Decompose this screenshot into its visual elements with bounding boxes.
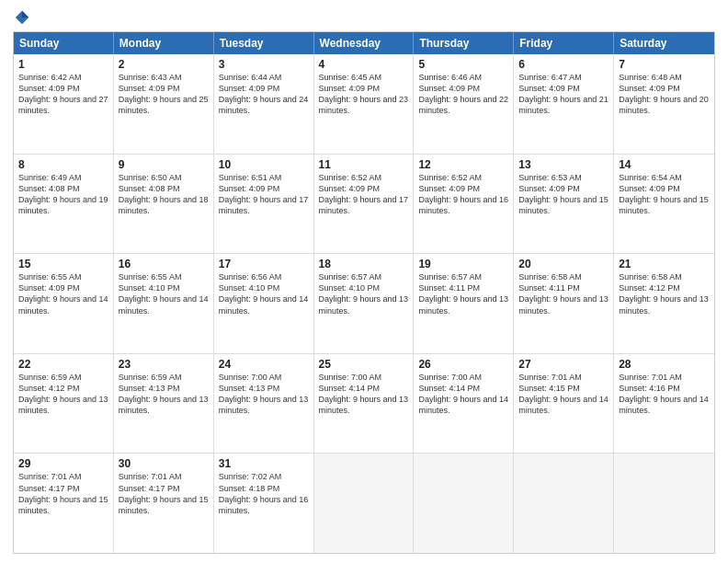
day-number: 8 (18, 158, 108, 171)
calendar-cell (414, 454, 514, 553)
cell-details: Sunrise: 6:54 AMSunset: 4:09 PMDaylight:… (619, 172, 710, 217)
header-saturday: Saturday (614, 32, 714, 54)
header-tuesday: Tuesday (214, 32, 314, 54)
calendar-row-4: 22Sunrise: 6:59 AMSunset: 4:12 PMDayligh… (14, 354, 714, 454)
day-number: 7 (619, 58, 710, 71)
cell-details: Sunrise: 6:52 AMSunset: 4:09 PMDaylight:… (418, 172, 508, 217)
calendar-row-2: 8Sunrise: 6:49 AMSunset: 4:08 PMDaylight… (14, 155, 714, 255)
day-number: 29 (18, 457, 108, 470)
cell-details: Sunrise: 6:59 AMSunset: 4:13 PMDaylight:… (119, 372, 209, 417)
day-number: 18 (319, 258, 409, 270)
header-monday: Monday (114, 32, 214, 54)
cell-details: Sunrise: 6:52 AMSunset: 4:09 PMDaylight:… (319, 172, 409, 217)
day-number: 14 (619, 158, 710, 171)
cell-details: Sunrise: 6:45 AMSunset: 4:09 PMDaylight:… (319, 72, 409, 117)
cell-details: Sunrise: 7:01 AMSunset: 4:17 PMDaylight:… (18, 471, 108, 516)
calendar-cell: 13Sunrise: 6:53 AMSunset: 4:09 PMDayligh… (514, 155, 614, 254)
calendar-cell (314, 454, 415, 553)
calendar-header: SundayMondayTuesdayWednesdayThursdayFrid… (14, 32, 714, 54)
calendar-row-3: 15Sunrise: 6:55 AMSunset: 4:09 PMDayligh… (14, 254, 714, 354)
calendar-cell: 10Sunrise: 6:51 AMSunset: 4:09 PMDayligh… (214, 155, 314, 254)
cell-details: Sunrise: 6:57 AMSunset: 4:11 PMDaylight:… (418, 271, 508, 316)
calendar-cell: 4Sunrise: 6:45 AMSunset: 4:09 PMDaylight… (314, 54, 415, 154)
cell-details: Sunrise: 7:01 AMSunset: 4:16 PMDaylight:… (619, 372, 710, 417)
logo (13, 9, 30, 26)
calendar-cell: 16Sunrise: 6:55 AMSunset: 4:10 PMDayligh… (114, 254, 214, 353)
logo-icon (14, 9, 30, 26)
calendar-cell (614, 454, 714, 553)
cell-details: Sunrise: 6:51 AMSunset: 4:09 PMDaylight:… (219, 172, 309, 217)
cell-details: Sunrise: 6:48 AMSunset: 4:09 PMDaylight:… (619, 72, 710, 117)
cell-details: Sunrise: 6:55 AMSunset: 4:10 PMDaylight:… (119, 271, 209, 316)
header-thursday: Thursday (414, 32, 514, 54)
day-number: 5 (418, 58, 508, 71)
cell-details: Sunrise: 6:44 AMSunset: 4:09 PMDaylight:… (219, 72, 309, 117)
calendar-cell: 12Sunrise: 6:52 AMSunset: 4:09 PMDayligh… (414, 155, 514, 254)
calendar-cell: 7Sunrise: 6:48 AMSunset: 4:09 PMDaylight… (614, 54, 714, 154)
calendar-cell: 11Sunrise: 6:52 AMSunset: 4:09 PMDayligh… (314, 155, 415, 254)
cell-details: Sunrise: 7:01 AMSunset: 4:17 PMDaylight:… (119, 471, 209, 516)
cell-details: Sunrise: 6:53 AMSunset: 4:09 PMDaylight:… (518, 172, 609, 217)
cell-details: Sunrise: 7:00 AMSunset: 4:14 PMDaylight:… (319, 372, 409, 417)
cell-details: Sunrise: 6:58 AMSunset: 4:12 PMDaylight:… (619, 271, 710, 316)
day-number: 12 (418, 158, 508, 171)
calendar-cell: 31Sunrise: 7:02 AMSunset: 4:18 PMDayligh… (214, 454, 314, 553)
day-number: 25 (319, 358, 409, 371)
header-friday: Friday (514, 32, 614, 54)
day-number: 11 (319, 158, 409, 171)
day-number: 26 (418, 358, 508, 371)
day-number: 1 (18, 58, 108, 71)
day-number: 27 (518, 358, 609, 371)
cell-details: Sunrise: 6:59 AMSunset: 4:12 PMDaylight:… (18, 372, 108, 417)
calendar-cell: 5Sunrise: 6:46 AMSunset: 4:09 PMDaylight… (414, 54, 514, 154)
calendar-cell: 18Sunrise: 6:57 AMSunset: 4:10 PMDayligh… (314, 254, 415, 353)
cell-details: Sunrise: 6:58 AMSunset: 4:11 PMDaylight:… (518, 271, 609, 316)
calendar-cell: 20Sunrise: 6:58 AMSunset: 4:11 PMDayligh… (514, 254, 614, 353)
day-number: 13 (518, 158, 609, 171)
svg-marker-1 (22, 11, 28, 17)
calendar-cell: 17Sunrise: 6:56 AMSunset: 4:10 PMDayligh… (214, 254, 314, 353)
cell-details: Sunrise: 7:00 AMSunset: 4:13 PMDaylight:… (219, 372, 309, 417)
calendar-cell: 2Sunrise: 6:43 AMSunset: 4:09 PMDaylight… (114, 54, 214, 154)
day-number: 30 (119, 457, 209, 470)
cell-details: Sunrise: 6:50 AMSunset: 4:08 PMDaylight:… (119, 172, 209, 217)
calendar-cell: 15Sunrise: 6:55 AMSunset: 4:09 PMDayligh… (14, 254, 114, 353)
calendar-cell: 27Sunrise: 7:01 AMSunset: 4:15 PMDayligh… (514, 354, 614, 454)
calendar-cell (514, 454, 614, 553)
day-number: 22 (18, 358, 108, 371)
cell-details: Sunrise: 6:46 AMSunset: 4:09 PMDaylight:… (418, 72, 508, 117)
day-number: 28 (619, 358, 710, 371)
day-number: 21 (619, 258, 710, 270)
cell-details: Sunrise: 6:49 AMSunset: 4:08 PMDaylight:… (18, 172, 108, 217)
cell-details: Sunrise: 7:01 AMSunset: 4:15 PMDaylight:… (518, 372, 609, 417)
day-number: 19 (418, 258, 508, 270)
calendar-body: 1Sunrise: 6:42 AMSunset: 4:09 PMDaylight… (14, 54, 714, 553)
cell-details: Sunrise: 7:00 AMSunset: 4:14 PMDaylight:… (418, 372, 508, 417)
main-container: SundayMondayTuesdayWednesdayThursdayFrid… (0, 0, 728, 563)
cell-details: Sunrise: 6:55 AMSunset: 4:09 PMDaylight:… (18, 271, 108, 316)
calendar-cell: 8Sunrise: 6:49 AMSunset: 4:08 PMDaylight… (14, 155, 114, 254)
calendar: SundayMondayTuesdayWednesdayThursdayFrid… (13, 31, 715, 554)
page-header (13, 9, 715, 26)
day-number: 31 (219, 457, 309, 470)
cell-details: Sunrise: 6:42 AMSunset: 4:09 PMDaylight:… (18, 72, 108, 117)
day-number: 20 (518, 258, 609, 270)
calendar-cell: 23Sunrise: 6:59 AMSunset: 4:13 PMDayligh… (114, 354, 214, 454)
calendar-cell: 24Sunrise: 7:00 AMSunset: 4:13 PMDayligh… (214, 354, 314, 454)
cell-details: Sunrise: 6:47 AMSunset: 4:09 PMDaylight:… (518, 72, 609, 117)
calendar-cell: 21Sunrise: 6:58 AMSunset: 4:12 PMDayligh… (614, 254, 714, 353)
calendar-cell: 3Sunrise: 6:44 AMSunset: 4:09 PMDaylight… (214, 54, 314, 154)
day-number: 6 (518, 58, 609, 71)
calendar-cell: 14Sunrise: 6:54 AMSunset: 4:09 PMDayligh… (614, 155, 714, 254)
cell-details: Sunrise: 6:56 AMSunset: 4:10 PMDaylight:… (219, 271, 309, 316)
calendar-cell: 26Sunrise: 7:00 AMSunset: 4:14 PMDayligh… (414, 354, 514, 454)
cell-details: Sunrise: 6:43 AMSunset: 4:09 PMDaylight:… (119, 72, 209, 117)
day-number: 10 (219, 158, 309, 171)
calendar-cell: 29Sunrise: 7:01 AMSunset: 4:17 PMDayligh… (14, 454, 114, 553)
header-wednesday: Wednesday (314, 32, 415, 54)
day-number: 16 (119, 258, 209, 270)
day-number: 15 (18, 258, 108, 270)
calendar-row-5: 29Sunrise: 7:01 AMSunset: 4:17 PMDayligh… (14, 454, 714, 553)
cell-details: Sunrise: 6:57 AMSunset: 4:10 PMDaylight:… (319, 271, 409, 316)
day-number: 24 (219, 358, 309, 371)
